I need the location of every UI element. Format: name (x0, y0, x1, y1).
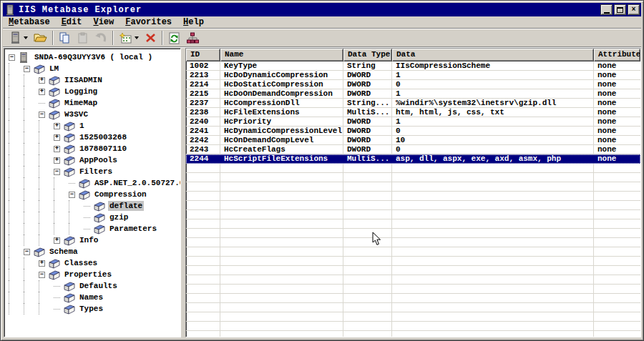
tree-connector-line (9, 212, 24, 223)
dropdown-arrow-icon[interactable] (135, 36, 139, 39)
dropdown-arrow-icon[interactable] (24, 36, 28, 39)
tree-connector-line (24, 120, 39, 132)
tree-item-schema[interactable]: −Schema (6, 246, 180, 257)
expand-icon[interactable]: + (54, 134, 60, 141)
tree-item-1878807110[interactable]: +1878807110 (6, 143, 180, 154)
tree-connector-line (9, 246, 24, 257)
column-header-id[interactable]: ID (186, 49, 220, 61)
property-row-2237[interactable]: 2237HcCompressionDllString...%windir%\sy… (186, 99, 640, 108)
property-row-2241[interactable]: 2241HcDynamicCompressionLevelDWORD0none (186, 127, 640, 136)
tree-item-gzip[interactable]: gzip (6, 212, 180, 223)
menu-help[interactable]: Help (177, 16, 210, 28)
expand-icon[interactable]: + (54, 237, 60, 244)
tree-connector-line (9, 97, 24, 109)
cell-data: 10 (392, 136, 594, 145)
connect-computer-button[interactable] (6, 30, 30, 46)
tree-item-deflate[interactable]: deflate (6, 200, 180, 212)
cell-data-type: DWORD (343, 136, 392, 145)
refresh-button[interactable] (166, 30, 182, 46)
undo-icon (94, 32, 107, 44)
tree-item-lm[interactable]: −LM (6, 63, 180, 74)
expand-icon[interactable]: + (54, 123, 60, 129)
app-window: IIS Metabase Explorer × MetabaseEditView… (0, 0, 644, 341)
cell-attributes: none (594, 89, 640, 99)
property-row-1002[interactable]: 1002KeyTypeStringIIsCompressionSchemenon… (186, 61, 640, 71)
tree-connector-line (9, 154, 24, 166)
tree-item-snda-69q3uyy3v6-local-[interactable]: −SNDA-69Q3UYY3V6 ( local ) (6, 51, 180, 63)
metabase-key-icon (48, 87, 60, 97)
toolbar-separator (52, 31, 54, 45)
column-header-attributes[interactable]: Attributes (594, 49, 640, 61)
tree-item-info[interactable]: +Info (6, 234, 180, 246)
open-button[interactable] (31, 30, 49, 46)
tree-item-logging[interactable]: +Logging (6, 86, 180, 97)
tree-item-mimemap[interactable]: MimeMap (6, 97, 180, 109)
property-row-2215[interactable]: 2215HcDoOnDemandCompressionDWORD1none (186, 89, 640, 99)
property-row-2243[interactable]: 2243HcCreateFlagsDWORD0none (186, 145, 640, 154)
menu-view[interactable]: View (87, 16, 119, 28)
expand-icon[interactable]: + (39, 260, 45, 267)
collapse-icon[interactable]: − (39, 272, 45, 278)
property-row-2213[interactable]: 2213HcDoDynamicCompressionDWORD1none (186, 71, 640, 80)
view-hierarchy-button[interactable] (184, 30, 202, 46)
copy-button[interactable] (57, 30, 73, 46)
property-row-2240[interactable]: 2240HcPriorityDWORD1none (186, 117, 640, 127)
tree-connector-line (24, 132, 39, 143)
close-button[interactable]: × (628, 4, 640, 15)
cell-id: 2241 (186, 127, 220, 136)
maximize-button[interactable] (614, 4, 626, 15)
expand-icon[interactable]: + (54, 157, 60, 164)
property-row-2238[interactable]: 2238HcFileExtensionsMultiS...htm, html, … (186, 108, 640, 117)
collapse-icon[interactable]: − (69, 192, 75, 198)
delete-button[interactable] (142, 30, 159, 46)
tree-connector-line (24, 257, 39, 269)
collapse-icon[interactable]: − (39, 112, 45, 118)
column-header-name[interactable]: Name (220, 49, 343, 61)
property-row-2214[interactable]: 2214HcDoStaticCompressionDWORD0none (186, 80, 640, 89)
tree-item-types[interactable]: Types (6, 303, 180, 315)
menu-favorites[interactable]: Favorites (119, 16, 177, 28)
collapse-icon[interactable]: − (24, 66, 30, 72)
tree-item-names[interactable]: Names (6, 292, 180, 303)
tree-item-iisadmin[interactable]: +IISADMIN (6, 74, 180, 86)
tree-item-filters[interactable]: −Filters (6, 166, 180, 177)
tree-item-defaults[interactable]: Defaults (6, 280, 180, 292)
tree-connector-line (24, 109, 39, 120)
expand-icon[interactable]: + (54, 146, 60, 152)
tree-item-compression[interactable]: −Compression (6, 189, 180, 200)
tree-connector-line (69, 223, 84, 234)
minimize-button[interactable] (600, 4, 613, 15)
cell-id: 2215 (186, 89, 220, 99)
tree-item-apppools[interactable]: +AppPools (6, 154, 180, 166)
menu-metabase[interactable]: Metabase (3, 16, 56, 28)
cell-data: htm, html, js, css, txt (392, 108, 594, 117)
expand-icon[interactable]: + (39, 77, 45, 84)
tree-item-w3svc[interactable]: −W3SVC (6, 109, 180, 120)
tree-item-classes[interactable]: +Classes (6, 257, 180, 269)
cell-id: 2214 (186, 80, 220, 89)
column-header-data[interactable]: Data (392, 49, 594, 61)
tree-connector-line (24, 154, 39, 166)
collapse-icon[interactable]: − (24, 249, 30, 255)
property-row-2244[interactable]: 2244HcScriptFileExtensionsMultiS...asp, … (186, 154, 640, 164)
collapse-icon[interactable]: − (54, 169, 60, 175)
collapse-icon[interactable]: − (9, 54, 15, 61)
tree-item-label: SNDA-69Q3UYY3V6 ( local ) (33, 52, 154, 62)
refresh-icon (168, 32, 180, 44)
tree-item-asp-net-2-0-50727-0[interactable]: ASP.NET_2.0.50727.0 (6, 177, 180, 189)
tree-item-1525003268[interactable]: +1525003268 (6, 132, 180, 143)
cell-name: HcDoDynamicCompression (220, 71, 343, 80)
tree-connector-line (39, 143, 54, 154)
tree-item-properties[interactable]: −Properties (6, 269, 180, 280)
menu-edit[interactable]: Edit (56, 16, 88, 28)
metabase-key-icon (63, 304, 75, 315)
property-row-2242[interactable]: 2242HcOnDemandCompLevelDWORD10none (186, 136, 640, 145)
cell-name: HcDynamicCompressionLevel (220, 127, 343, 136)
tree-item-1[interactable]: +1 (6, 120, 180, 132)
expand-icon[interactable]: + (39, 89, 45, 95)
new-record-button[interactable] (117, 30, 141, 46)
tree-item-label: Schema (48, 247, 79, 257)
cell-data-type: DWORD (343, 80, 392, 89)
tree-item-parameters[interactable]: Parameters (6, 223, 180, 234)
column-header-data-type[interactable]: Data Type (343, 49, 392, 61)
